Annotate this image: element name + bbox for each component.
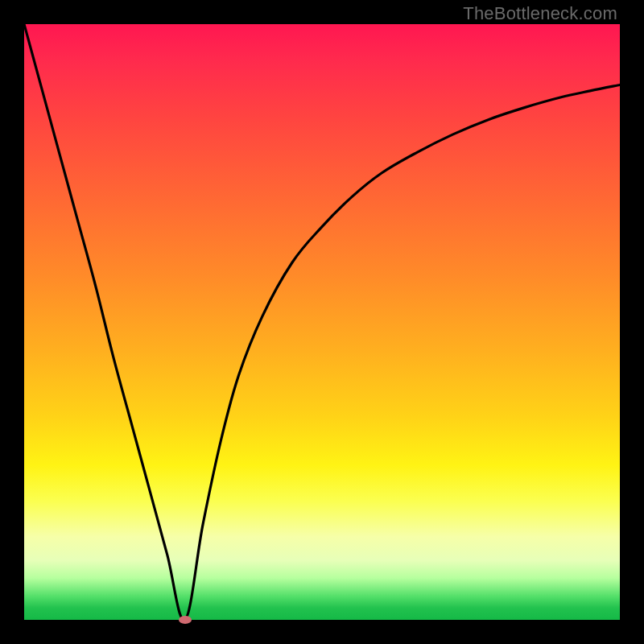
chart-frame: TheBottleneck.com [0, 0, 644, 644]
watermark-text: TheBottleneck.com [463, 3, 617, 24]
min-point-marker [179, 616, 192, 624]
plot-area [24, 24, 620, 620]
bottleneck-curve [24, 24, 620, 620]
curve-svg [24, 24, 620, 620]
